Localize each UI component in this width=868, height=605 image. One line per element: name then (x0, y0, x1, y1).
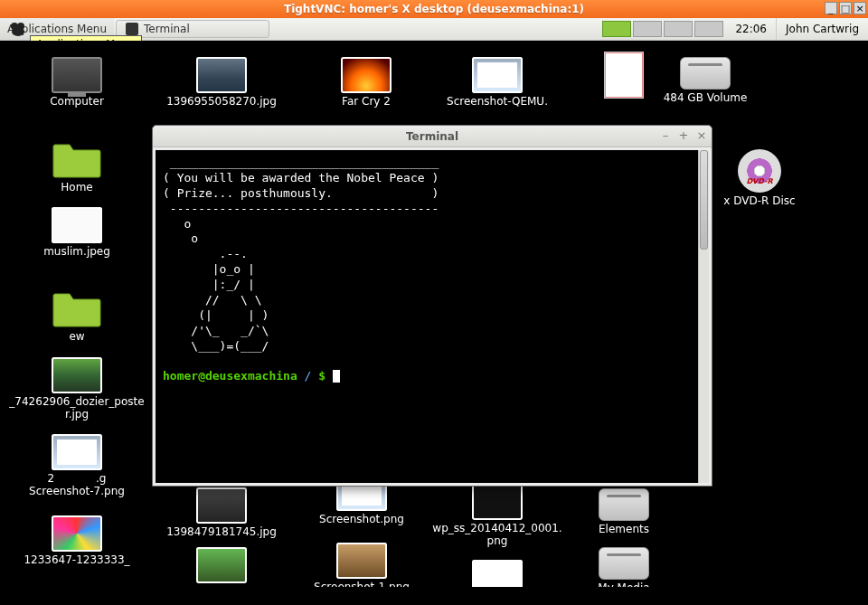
terminal-minimize-button[interactable]: – (659, 128, 672, 141)
panel-clock[interactable]: 22:06 (726, 18, 776, 40)
icon-1398479181745[interactable]: 1398479181745.jpg (149, 487, 294, 539)
icon-home[interactable]: Home (5, 139, 149, 194)
image-thumb-icon (52, 357, 102, 393)
icon-dozier[interactable]: _74262906_dozier_poster.jpg (5, 357, 149, 421)
monitor-icon (52, 57, 102, 93)
image-thumb-icon (196, 57, 247, 93)
terminal-close-button[interactable]: × (695, 128, 708, 141)
image-thumb-icon (336, 543, 387, 579)
drive-icon (599, 488, 649, 521)
icon-elements[interactable]: Elements (552, 488, 696, 536)
icon-1396955058270[interactable]: 1396955058270.jpg (149, 57, 294, 109)
folder-icon (52, 288, 102, 328)
icon-muslim[interactable]: muslim.jpeg (5, 207, 149, 259)
vnc-minimize-button[interactable]: _ (825, 2, 837, 14)
folder-icon (52, 139, 102, 179)
workspace-1[interactable] (602, 21, 631, 37)
icon-1233647[interactable]: 1233647-1233333_ (5, 515, 149, 567)
vnc-window-controls: _ □ × (825, 2, 866, 14)
terminal-content: ______________________________________ (… (156, 150, 709, 390)
image-thumb-icon (196, 547, 247, 583)
outer-bottom-bar (0, 587, 868, 605)
terminal-scroll-thumb[interactable] (700, 150, 708, 250)
icon-computer[interactable]: Computer (5, 57, 149, 109)
terminal-maximize-button[interactable]: + (677, 128, 690, 141)
panel-spacer (271, 18, 599, 40)
image-thumb-icon (472, 57, 523, 93)
drive-icon (599, 547, 649, 580)
xfce-mouse-icon (10, 22, 28, 36)
image-thumb-icon (52, 515, 102, 552)
terminal-titlebar[interactable]: Terminal – + × (153, 126, 712, 147)
icon-ew[interactable]: ew (5, 288, 149, 344)
workspace-2[interactable] (633, 21, 662, 37)
terminal-title: Terminal (406, 130, 458, 143)
terminal-window-controls: – + × (659, 128, 708, 141)
icon-screenshot-qemu[interactable]: Screenshot-QEMU. (425, 57, 570, 109)
icon-volume[interactable]: 484 GB Volume (633, 57, 778, 105)
vnc-title: TightVNC: homer's X desktop (deusexmachi… (284, 3, 584, 15)
terminal-window[interactable]: Terminal – + × _________________________… (152, 125, 712, 487)
panel-user[interactable]: John Cartwrig (776, 18, 868, 40)
icon-wpss[interactable]: wp_ss_20140412_0001.png (425, 484, 570, 548)
image-thumb-icon (52, 207, 102, 243)
terminal-body[interactable]: ______________________________________ (… (156, 150, 709, 483)
image-thumb-icon (52, 434, 102, 470)
vnc-titlebar[interactable]: TightVNC: homer's X desktop (deusexmachi… (0, 0, 868, 18)
icon-shot7[interactable]: 2 .g Screenshot-7.png (5, 434, 149, 498)
icon-farcry[interactable]: Far Cry 2 (294, 57, 439, 109)
vnc-close-button[interactable]: × (854, 2, 866, 14)
vnc-maximize-button[interactable]: □ (839, 2, 852, 14)
workspace-switcher (599, 18, 726, 40)
drive-icon (680, 57, 731, 90)
workspace-3[interactable] (664, 21, 693, 37)
desktop[interactable]: Computer Home muslim.jpeg ew _74262906_d… (0, 41, 868, 587)
terminal-icon (126, 23, 138, 35)
image-thumb-icon (341, 57, 392, 93)
image-thumb-icon (472, 484, 523, 520)
svg-point-2 (12, 27, 24, 36)
terminal-cursor (333, 370, 340, 383)
workspace-4[interactable] (694, 21, 723, 37)
image-thumb-icon (196, 487, 247, 524)
taskbar-terminal-label: Terminal (144, 23, 190, 35)
terminal-scrollbar[interactable] (698, 150, 709, 483)
disc-icon (738, 149, 781, 193)
